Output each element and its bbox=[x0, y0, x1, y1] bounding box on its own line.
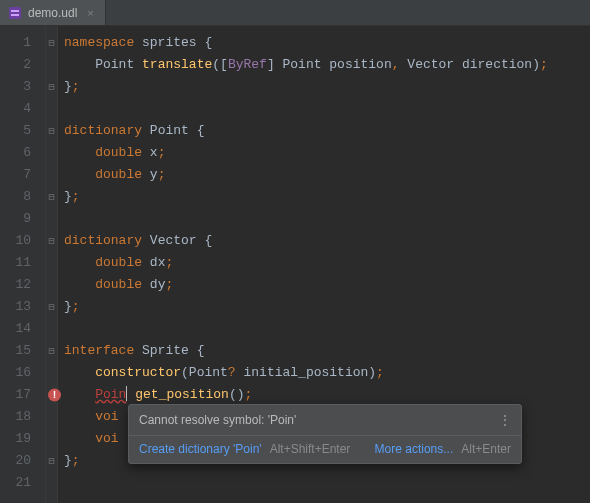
tab-bar: demo.udl × bbox=[0, 0, 590, 26]
fold-gutter-cell bbox=[46, 472, 57, 494]
line-number: 17! bbox=[0, 384, 45, 406]
line-number: 8 bbox=[0, 186, 45, 208]
popup-actions-row: Create dictionary 'Poin' Alt+Shift+Enter… bbox=[129, 436, 521, 463]
error-message: Cannot resolve symbol: 'Poin' bbox=[139, 413, 296, 427]
fold-toggle-icon[interactable]: ⊟ bbox=[46, 120, 57, 142]
line-number: 13 bbox=[0, 296, 45, 318]
fold-gutter-cell bbox=[46, 142, 57, 164]
code-line[interactable] bbox=[64, 98, 590, 120]
code-line[interactable]: }; bbox=[64, 186, 590, 208]
fold-gutter-cell bbox=[46, 428, 57, 450]
quickfix-shortcut: Alt+Shift+Enter bbox=[270, 442, 351, 456]
fold-gutter-cell bbox=[46, 362, 57, 384]
fold-toggle-icon[interactable]: ⊟ bbox=[46, 32, 57, 54]
fold-column: ⊟⊟⊟⊟⊟⊟⊟⊟ bbox=[46, 26, 58, 503]
code-line[interactable]: double dx; bbox=[64, 252, 590, 274]
line-number: 20 bbox=[0, 450, 45, 472]
code-line[interactable]: interface Sprite { bbox=[64, 340, 590, 362]
tab-filename: demo.udl bbox=[28, 6, 77, 20]
fold-gutter-cell bbox=[46, 252, 57, 274]
line-number: 21 bbox=[0, 472, 45, 494]
svg-rect-1 bbox=[11, 10, 19, 12]
line-number: 18 bbox=[0, 406, 45, 428]
code-line[interactable] bbox=[64, 208, 590, 230]
editor-tab-demo[interactable]: demo.udl × bbox=[0, 0, 106, 25]
fold-gutter-cell bbox=[46, 98, 57, 120]
line-number: 11 bbox=[0, 252, 45, 274]
code-line[interactable]: }; bbox=[64, 76, 590, 98]
quickfix-create-dictionary[interactable]: Create dictionary 'Poin' bbox=[139, 442, 262, 456]
fold-toggle-icon[interactable]: ⊟ bbox=[46, 186, 57, 208]
code-line[interactable]: constructor(Point? initial_position); bbox=[64, 362, 590, 384]
fold-toggle-icon[interactable]: ⊟ bbox=[46, 296, 57, 318]
fold-toggle-icon[interactable]: ⊟ bbox=[46, 230, 57, 252]
line-number: 2 bbox=[0, 54, 45, 76]
line-number: 6 bbox=[0, 142, 45, 164]
fold-gutter-cell bbox=[46, 208, 57, 230]
line-number: 7 bbox=[0, 164, 45, 186]
svg-rect-2 bbox=[11, 14, 19, 16]
code-line[interactable]: Point translate([ByRef] Point position, … bbox=[64, 54, 590, 76]
line-number: 16 bbox=[0, 362, 45, 384]
line-number: 12 bbox=[0, 274, 45, 296]
code-line[interactable] bbox=[64, 318, 590, 340]
fold-toggle-icon[interactable]: ⊟ bbox=[46, 76, 57, 98]
fold-gutter-cell bbox=[46, 274, 57, 296]
unresolved-symbol: Poin bbox=[95, 387, 126, 402]
code-line[interactable]: double dy; bbox=[64, 274, 590, 296]
popup-header: Cannot resolve symbol: 'Poin' ⋮ bbox=[129, 405, 521, 436]
line-number: 15 bbox=[0, 340, 45, 362]
error-tooltip-popup: Cannot resolve symbol: 'Poin' ⋮ Create d… bbox=[128, 404, 522, 464]
code-line[interactable]: dictionary Point { bbox=[64, 120, 590, 142]
code-line[interactable] bbox=[64, 472, 590, 494]
code-line[interactable]: double y; bbox=[64, 164, 590, 186]
code-line-error[interactable]: Poin get_position(); bbox=[64, 384, 590, 406]
line-number: 10 bbox=[0, 230, 45, 252]
fold-gutter-cell bbox=[46, 318, 57, 340]
fold-gutter-cell bbox=[46, 164, 57, 186]
fold-gutter-cell bbox=[46, 54, 57, 76]
line-number: 14 bbox=[0, 318, 45, 340]
line-number: 9 bbox=[0, 208, 45, 230]
fold-toggle-icon[interactable]: ⊟ bbox=[46, 450, 57, 472]
line-number: 3 bbox=[0, 76, 45, 98]
file-type-icon bbox=[8, 6, 22, 20]
code-line[interactable]: dictionary Vector { bbox=[64, 230, 590, 252]
line-number: 19 bbox=[0, 428, 45, 450]
line-number: 5 bbox=[0, 120, 45, 142]
error-bulb-icon[interactable]: ! bbox=[48, 389, 61, 402]
close-icon[interactable]: × bbox=[83, 6, 97, 20]
more-vertical-icon[interactable]: ⋮ bbox=[498, 412, 511, 428]
more-actions-link[interactable]: More actions... bbox=[375, 442, 454, 456]
line-number: 4 bbox=[0, 98, 45, 120]
line-number: 1 bbox=[0, 32, 45, 54]
code-line[interactable]: }; bbox=[64, 296, 590, 318]
code-line[interactable]: namespace sprites { bbox=[64, 32, 590, 54]
svg-rect-0 bbox=[9, 7, 21, 19]
more-actions-shortcut: Alt+Enter bbox=[461, 442, 511, 456]
fold-gutter-cell bbox=[46, 406, 57, 428]
fold-toggle-icon[interactable]: ⊟ bbox=[46, 340, 57, 362]
line-number-gutter: 1234567891011121314151617!18192021 bbox=[0, 26, 46, 503]
code-line[interactable]: double x; bbox=[64, 142, 590, 164]
